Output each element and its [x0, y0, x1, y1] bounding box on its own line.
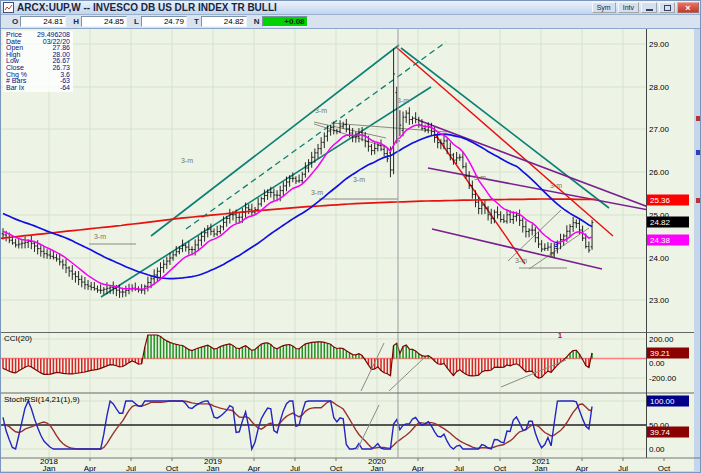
- svg-text:3-m: 3-m: [181, 157, 193, 164]
- symbol-button[interactable]: Sym: [592, 2, 616, 13]
- maximize-icon: [664, 5, 671, 11]
- svg-text:Oct: Oct: [166, 464, 179, 473]
- cci-panel-label: CCI(20): [4, 334, 32, 343]
- svg-text:25.36: 25.36: [650, 196, 671, 205]
- svg-text:3-m: 3-m: [515, 257, 527, 264]
- stochrsi-panel-label: StochRSI(14,21(1),9): [4, 395, 80, 404]
- svg-text:100.00: 100.00: [650, 397, 675, 406]
- quote-value-O: 24.81: [20, 16, 66, 27]
- svg-text:0.00: 0.00: [649, 359, 665, 368]
- svg-text:3: 3: [554, 240, 559, 249]
- svg-text:Apr: Apr: [84, 464, 97, 473]
- minimize-button[interactable]: [641, 2, 657, 13]
- svg-text:2020: 2020: [368, 457, 386, 466]
- svg-text:3-m: 3-m: [94, 233, 106, 240]
- quote-label-T: T: [194, 17, 199, 26]
- svg-text:2018: 2018: [40, 457, 58, 466]
- svg-text:3-m: 3-m: [550, 182, 562, 189]
- window-icon: [3, 2, 14, 13]
- quote-label-H: H: [73, 17, 79, 26]
- svg-text:Apr: Apr: [248, 464, 261, 473]
- svg-text:2021: 2021: [532, 457, 550, 466]
- minimize-icon: [646, 9, 653, 11]
- svg-text:39.74: 39.74: [650, 428, 671, 437]
- svg-text:3-m: 3-m: [353, 176, 365, 183]
- interval-button[interactable]: Intv: [618, 2, 639, 13]
- quote-label-O: O: [12, 17, 18, 26]
- window-title: ARCX:UUP,W -- INVESCO DB US DLR INDEX TR…: [17, 2, 277, 13]
- chart-window: 3-m3-m3-m3-m3-m3-m3-m3-m3-m35129.0028.00…: [0, 0, 701, 473]
- maximize-button[interactable]: [659, 2, 675, 13]
- quote-value-N: +0.08: [262, 16, 308, 27]
- svg-text:27.00: 27.00: [649, 125, 670, 134]
- quote-label-N: N: [254, 17, 260, 26]
- svg-text:24.38: 24.38: [650, 236, 671, 245]
- svg-text:Oct: Oct: [330, 464, 343, 473]
- svg-text:Jul: Jul: [126, 464, 136, 473]
- svg-text:24.00: 24.00: [649, 254, 670, 263]
- quote-value-L: 24.79: [141, 16, 187, 27]
- svg-text:-200.00: -200.00: [649, 374, 677, 383]
- quote-value-H: 24.85: [81, 16, 127, 27]
- svg-text:0.00: 0.00: [649, 445, 665, 454]
- svg-text:Apr: Apr: [576, 464, 589, 473]
- svg-text:5: 5: [550, 251, 554, 258]
- svg-text:39.21: 39.21: [650, 349, 671, 358]
- svg-text:200.00: 200.00: [649, 335, 674, 344]
- svg-text:3-m: 3-m: [315, 107, 327, 114]
- svg-text:23.00: 23.00: [649, 296, 670, 305]
- quote-fields: O24.81H24.85L24.79T24.82N+0.08: [5, 16, 308, 27]
- svg-text:Jul: Jul: [454, 464, 464, 473]
- svg-text:29.00: 29.00: [649, 40, 670, 49]
- svg-text:26.00: 26.00: [649, 168, 670, 177]
- svg-text:24.82: 24.82: [650, 218, 671, 227]
- info-row: Bar Ix-64: [6, 85, 70, 92]
- svg-text:3-m: 3-m: [474, 174, 486, 181]
- info-box: Price29.496208Date03/22/20Open27.86High2…: [3, 31, 73, 92]
- quote-bar: O24.81H24.85L24.79T24.82N+0.08: [1, 15, 701, 29]
- svg-text:Oct: Oct: [658, 464, 671, 473]
- titlebar-buttons: Sym Intv ×: [592, 2, 699, 13]
- title-bar: ARCX:UUP,W -- INVESCO DB US DLR INDEX TR…: [1, 1, 701, 15]
- svg-text:Oct: Oct: [494, 464, 507, 473]
- svg-text:3-m: 3-m: [397, 97, 409, 104]
- svg-text:Jul: Jul: [618, 464, 628, 473]
- quote-label-L: L: [134, 17, 139, 26]
- svg-text:3-m: 3-m: [311, 189, 323, 196]
- svg-text:Jul: Jul: [290, 464, 300, 473]
- svg-text:Apr: Apr: [412, 464, 425, 473]
- chart-canvas[interactable]: 3-m3-m3-m3-m3-m3-m3-m3-m3-m35129.0028.00…: [1, 1, 701, 473]
- svg-text:28.00: 28.00: [649, 83, 670, 92]
- svg-text:2019: 2019: [204, 457, 222, 466]
- close-button[interactable]: ×: [677, 2, 699, 13]
- quote-value-T: 24.82: [201, 16, 247, 27]
